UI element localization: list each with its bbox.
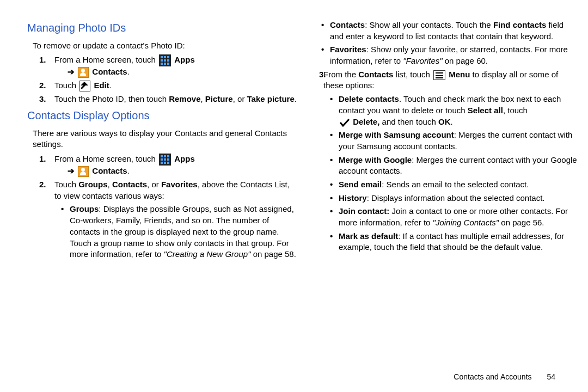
arrow-icon: ➔ bbox=[68, 166, 77, 175]
step-2: Touch Edit. bbox=[27, 80, 297, 91]
menu-icon bbox=[433, 70, 445, 80]
intro-text: To remove or update a contact's Photo ID… bbox=[27, 40, 297, 52]
bullet-groups: Groups: Displays the possible Groups, su… bbox=[59, 204, 297, 260]
step-1: From a Home screen, touch Apps ➔ Contact… bbox=[27, 54, 297, 78]
opt-mark-default: Mark as default: If a contact has multip… bbox=[328, 231, 577, 253]
steps-display-options: From a Home screen, touch Apps ➔ Contact… bbox=[27, 154, 297, 260]
page-number: 54 bbox=[547, 372, 555, 381]
opt-join-contact: Join contact: Join a contact to one or m… bbox=[328, 206, 577, 228]
contacts-label: Contacts bbox=[92, 67, 127, 76]
apps-label: Apps bbox=[174, 55, 195, 64]
bullets-continued: Contacts: Show all your contacts. Touch … bbox=[319, 20, 577, 67]
menu-step-3: From the Contacts list, touch Menu to di… bbox=[307, 69, 577, 253]
intro-text-2: There are various ways to display your C… bbox=[27, 128, 297, 150]
check-icon bbox=[340, 118, 350, 127]
opt-merge-google: Merge with Google: Merges the current co… bbox=[328, 155, 577, 177]
left-column: Managing Photo IDs To remove or update a… bbox=[27, 17, 303, 392]
cdo-step-1-sub: ➔ Contacts. bbox=[54, 166, 297, 177]
step-1-sub: ➔ Contacts. bbox=[54, 66, 297, 78]
apps-label: Apps bbox=[174, 154, 195, 163]
menu-options: Delete contacts. Touch and check mark th… bbox=[328, 94, 577, 253]
apps-icon bbox=[159, 54, 171, 66]
opt-send-email: Send email: Sends an email to the select… bbox=[328, 179, 577, 191]
bullets-view-ways: Groups: Displays the possible Groups, su… bbox=[59, 204, 297, 260]
page-footer: Contacts and Accounts 54 bbox=[454, 372, 555, 381]
edit-icon bbox=[79, 81, 90, 91]
contacts-icon bbox=[78, 67, 89, 78]
footer-section: Contacts and Accounts bbox=[454, 372, 531, 381]
menu-label: Menu bbox=[449, 70, 470, 79]
manual-page: Managing Photo IDs To remove or update a… bbox=[0, 0, 588, 392]
opt-history: History: Displays information about the … bbox=[328, 193, 577, 204]
contacts-icon bbox=[78, 166, 89, 177]
opt-merge-samsung: Merge with Samsung account: Merges the c… bbox=[328, 130, 577, 152]
cdo-step-1: From a Home screen, touch Apps ➔ Contact… bbox=[27, 154, 297, 177]
edit-label: Edit bbox=[94, 81, 109, 90]
heading-contacts-display-options: Contacts Display Options bbox=[27, 108, 297, 124]
bullet-contacts: Contacts: Show all your contacts. Touch … bbox=[319, 20, 577, 42]
apps-icon bbox=[159, 154, 171, 166]
contacts-label: Contacts bbox=[92, 166, 127, 175]
right-column: Contacts: Show all your contacts. Touch … bbox=[303, 17, 583, 392]
opt-delete-contacts: Delete contacts. Touch and check mark th… bbox=[328, 94, 577, 127]
heading-managing-photo-ids: Managing Photo IDs bbox=[27, 21, 297, 36]
cdo-step-2: Touch Groups, Contacts, or Favorites, ab… bbox=[27, 179, 297, 260]
arrow-icon: ➔ bbox=[68, 67, 77, 76]
steps-photo-id: From a Home screen, touch Apps ➔ Contact… bbox=[27, 54, 297, 105]
step-3: Touch the Photo ID, then touch Remove, P… bbox=[27, 94, 297, 105]
steps-menu: From the Contacts list, touch Menu to di… bbox=[307, 69, 577, 253]
bullet-favorites: Favorites: Show only your favorite, or s… bbox=[319, 44, 577, 66]
